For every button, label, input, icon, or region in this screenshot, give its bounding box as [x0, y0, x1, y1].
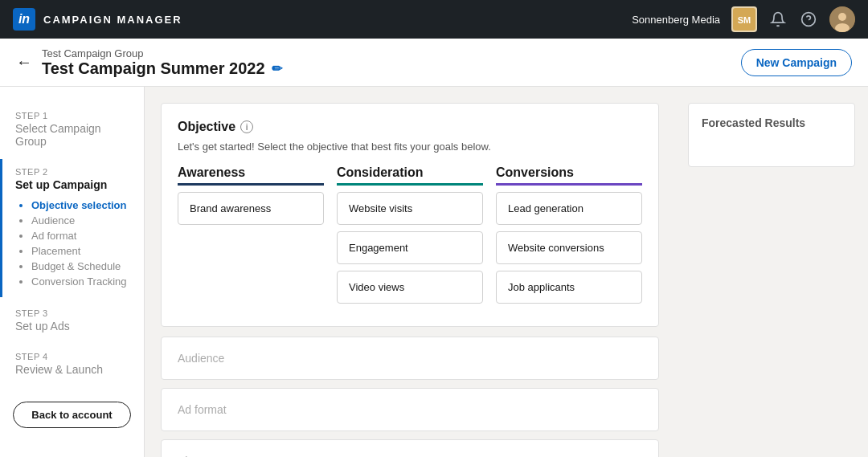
- step-1-title: Select Campaign Group: [15, 122, 131, 148]
- objective-title-text: Objective: [178, 120, 235, 134]
- objective-info-icon[interactable]: i: [240, 120, 253, 133]
- linkedin-in: in: [18, 12, 30, 27]
- step-1-label: Step 1: [15, 111, 131, 120]
- objective-option-brand-awareness[interactable]: Brand awareness: [178, 192, 324, 225]
- svg-text:SM: SM: [738, 15, 751, 25]
- objective-option-job-applicants[interactable]: Job applicants: [496, 271, 642, 304]
- navbar-right: Sonnenberg Media SM: [632, 6, 855, 32]
- sidebar: Step 1 Select Campaign Group Step 2 Set …: [0, 87, 145, 457]
- new-campaign-button[interactable]: New Campaign: [741, 49, 852, 76]
- step-2-items: Objective selection Audience Ad format P…: [15, 198, 131, 289]
- campaign-breadcrumb: Test Campaign Group Test Campaign Summer…: [42, 47, 282, 78]
- campaign-header-left: ← Test Campaign Group Test Campaign Summ…: [16, 47, 282, 78]
- forecasted-card: Forecasted Results: [688, 103, 855, 167]
- step-4-title: Review & Launch: [15, 363, 131, 376]
- objective-column-conversions: Conversions Lead generation Website conv…: [496, 165, 642, 310]
- step-3-title: Set up Ads: [15, 320, 131, 333]
- right-panel: Forecasted Results: [675, 87, 868, 457]
- sidebar-step-3[interactable]: Step 3 Set up Ads: [0, 300, 144, 341]
- step-item-objective[interactable]: Objective selection: [31, 198, 131, 213]
- navbar-title: CAMPAIGN MANAGER: [43, 14, 182, 26]
- awareness-header: Awareness: [178, 165, 324, 186]
- objective-column-consideration: Consideration Website visits Engagement …: [337, 165, 483, 310]
- objective-card: Objective i Let's get started! Select th…: [161, 103, 659, 327]
- conversions-header: Conversions: [496, 165, 642, 186]
- step-item-conversion-tracking[interactable]: Conversion Tracking: [31, 274, 131, 289]
- step-2-title: Set up Campaign: [15, 178, 131, 191]
- objectives-grid: Awareness Brand awareness Consideration …: [178, 165, 642, 310]
- main-layout: Step 1 Select Campaign Group Step 2 Set …: [0, 87, 868, 457]
- sidebar-step-2[interactable]: Step 2 Set up Campaign Objective selecti…: [0, 159, 144, 297]
- objective-title: Objective i: [178, 120, 642, 134]
- step-item-ad-format[interactable]: Ad format: [31, 228, 131, 243]
- campaign-name-text: Test Campaign Summer 2022: [42, 59, 265, 78]
- campaign-name: Test Campaign Summer 2022 ✏: [42, 59, 282, 78]
- objective-option-website-conversions[interactable]: Website conversions: [496, 231, 642, 264]
- step-item-audience[interactable]: Audience: [31, 213, 131, 228]
- step-item-placement[interactable]: Placement: [31, 243, 131, 259]
- navbar-left: in CAMPAIGN MANAGER: [13, 8, 182, 31]
- linkedin-logo: in: [13, 8, 35, 31]
- step-4-label: Step 4: [15, 352, 131, 361]
- user-avatar[interactable]: [829, 6, 855, 32]
- objective-option-video-views[interactable]: Video views: [337, 271, 483, 304]
- navbar-account-name: Sonnenberg Media: [632, 14, 720, 26]
- campaign-header: ← Test Campaign Group Test Campaign Summ…: [0, 39, 868, 87]
- step-2-label: Step 2: [15, 167, 131, 177]
- edit-campaign-icon[interactable]: ✏: [272, 61, 282, 76]
- navbar-account-logo[interactable]: SM: [731, 6, 757, 32]
- placement-section[interactable]: Placement: [161, 439, 659, 457]
- sidebar-footer: Back to account: [0, 389, 144, 441]
- step-item-budget-schedule[interactable]: Budget & Schedule: [31, 259, 131, 274]
- ad-format-section[interactable]: Ad format: [161, 388, 659, 431]
- objective-subtitle: Let's get started! Select the objective …: [178, 141, 642, 153]
- help-icon[interactable]: [799, 10, 818, 29]
- back-to-account-button[interactable]: Back to account: [13, 402, 131, 428]
- navbar: in CAMPAIGN MANAGER Sonnenberg Media SM: [0, 0, 868, 39]
- sidebar-step-4[interactable]: Step 4 Review & Launch: [0, 344, 144, 384]
- forecasted-title: Forecasted Results: [702, 116, 841, 129]
- content-area: Objective i Let's get started! Select th…: [145, 87, 675, 457]
- svg-point-5: [838, 13, 846, 21]
- notifications-icon[interactable]: [768, 10, 788, 29]
- back-arrow-icon[interactable]: ←: [16, 53, 32, 71]
- objective-column-awareness: Awareness Brand awareness: [178, 165, 324, 310]
- campaign-group-name: Test Campaign Group: [42, 47, 282, 59]
- objective-option-lead-generation[interactable]: Lead generation: [496, 192, 642, 225]
- sidebar-step-1[interactable]: Step 1 Select Campaign Group: [0, 103, 144, 156]
- audience-section[interactable]: Audience: [161, 337, 659, 380]
- sidebar-steps: Step 1 Select Campaign Group Step 2 Set …: [0, 103, 144, 389]
- objective-option-website-visits[interactable]: Website visits: [337, 192, 483, 225]
- objective-option-engagement[interactable]: Engagement: [337, 231, 483, 264]
- step-3-label: Step 3: [15, 308, 131, 318]
- consideration-header: Consideration: [337, 165, 483, 186]
